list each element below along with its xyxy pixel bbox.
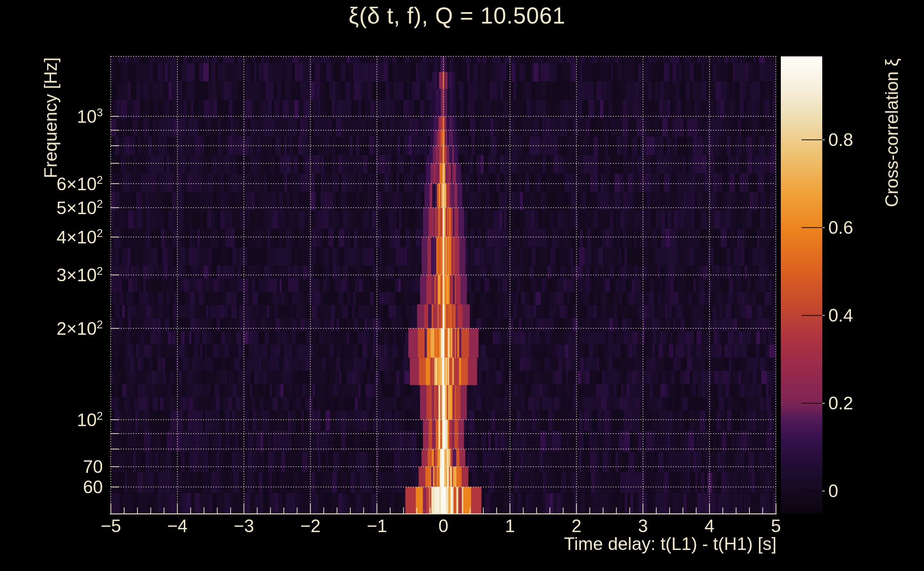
y-tick-label: 2×102	[0, 319, 103, 338]
x-tick-label: −3	[234, 517, 254, 535]
plot-title: ξ(δ t, f), Q = 10.5061	[348, 4, 565, 27]
y-tick-label: 60	[0, 478, 103, 496]
x-tick-label: −1	[367, 517, 387, 535]
colorbar-tick-label: 0.6	[828, 219, 853, 237]
colorbar-tick-label: 0.8	[828, 131, 853, 149]
colorbar-tick-label: 0	[828, 482, 838, 500]
y-tick-label: 103	[0, 107, 103, 126]
colorbar-tick-label: 0.4	[828, 307, 853, 324]
x-axis-title: Time delay: t(L1) - t(H1) [s]	[564, 535, 777, 553]
x-tick-label: 2	[572, 517, 582, 535]
y-tick-label: 4×102	[0, 228, 103, 246]
x-tick-label: 3	[638, 517, 648, 535]
y-tick-label: 5×102	[0, 198, 103, 217]
qscan-cross-correlation-figure: ξ(δ t, f), Q = 10.5061 Frequency [Hz] Ti…	[0, 0, 924, 571]
y-tick-label: 70	[0, 458, 103, 476]
x-tick-label: 0	[439, 517, 448, 535]
x-tick-label: 1	[505, 517, 515, 535]
x-tick-label: 4	[705, 517, 714, 535]
colorbar-title: Cross-correlation ξ	[883, 59, 901, 207]
heatmap-canvas	[0, 0, 924, 571]
x-tick-label: −2	[300, 517, 321, 535]
x-tick-label: −5	[101, 517, 121, 535]
colorbar-tick-label: 0.2	[828, 394, 853, 412]
x-tick-label: −4	[167, 517, 187, 535]
y-tick-label: 6×102	[0, 174, 103, 193]
y-tick-label: 102	[0, 411, 103, 429]
y-tick-label: 3×102	[0, 265, 103, 284]
x-tick-label: 5	[771, 517, 781, 535]
